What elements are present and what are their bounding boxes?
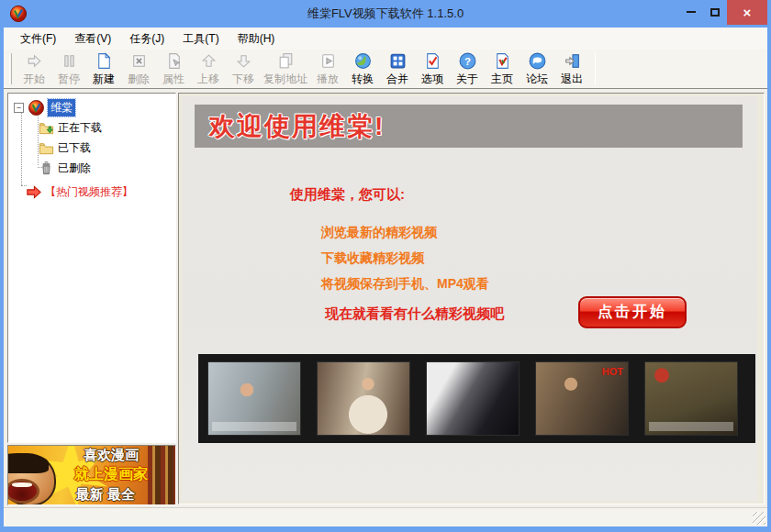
menu-bar: 文件(F) 查看(V) 任务(J) 工具(T) 帮助(H): [4, 28, 767, 50]
move-down-icon: [234, 51, 253, 71]
red-arrow-icon: [25, 183, 42, 201]
toolbar-play-button: 播放: [310, 50, 345, 87]
tree-item-root[interactable]: − 维棠: [14, 97, 175, 117]
ad-cartoon-hair: [7, 453, 49, 473]
tree-label-root: 维棠: [48, 99, 75, 116]
cta-text: 现在就看看有什么精彩视频吧: [325, 305, 504, 323]
toolbar-options-button[interactable]: 选项: [415, 50, 450, 87]
tree-item-downloaded[interactable]: 已下载: [14, 138, 175, 158]
ad-cartoon-teeth: [12, 482, 32, 487]
menu-view[interactable]: 查看(V): [65, 28, 120, 49]
menu-file[interactable]: 文件(F): [11, 28, 65, 49]
delete-icon: [129, 51, 149, 71]
toolbar-homepage-button[interactable]: 主页: [485, 50, 520, 87]
forum-icon: [528, 51, 547, 71]
toolbar-forum-button[interactable]: 论坛: [520, 50, 554, 87]
tree-label-hot-videos: 【热门视频推荐】: [45, 184, 133, 200]
toolbar-properties-button: 属性: [156, 50, 191, 87]
merge-icon: [388, 51, 408, 71]
main-panel: 欢迎使用维棠! 使用维棠，您可以: 浏览最新的精彩视频 下载收藏精彩视频 将视频…: [178, 93, 765, 504]
hot-badge: HOT: [602, 366, 623, 377]
properties-icon: [164, 51, 184, 71]
content-region: − 维棠 正在下载 已下载: [4, 90, 767, 507]
toolbar-about-button[interactable]: ? 关于: [450, 50, 485, 87]
start-now-button[interactable]: 点击开始: [578, 296, 687, 328]
toolbar-delete-button: 删除: [121, 50, 156, 87]
play-icon: [318, 51, 338, 71]
start-icon: [25, 51, 44, 71]
maximize-button[interactable]: [705, 0, 725, 24]
feature-item: 浏览最新的精彩视频: [321, 219, 489, 245]
status-bar: [4, 507, 767, 526]
svg-text:?: ?: [464, 56, 470, 67]
resize-grip[interactable]: [753, 512, 765, 525]
toolbar-moveup-button: 上移: [191, 50, 226, 87]
subtitle-bar: [212, 422, 296, 431]
video-thumbnail[interactable]: [207, 361, 301, 436]
minimize-button[interactable]: [681, 0, 701, 24]
menu-tools[interactable]: 工具(T): [173, 28, 228, 49]
exit-icon: [563, 51, 582, 71]
subtitle-bar: [649, 422, 733, 431]
new-document-icon: [95, 51, 114, 71]
toolbar: 开始 暂停 新建 删除 属性 上移 下移 复制地址: [4, 50, 767, 89]
welcome-banner: 欢迎使用维棠!: [195, 105, 743, 148]
video-thumbnail[interactable]: [426, 361, 520, 436]
intro-heading: 使用维棠，您可以:: [290, 186, 405, 204]
homepage-icon: [493, 51, 512, 71]
toolbar-new-button[interactable]: 新建: [86, 50, 121, 87]
feature-list: 浏览最新的精彩视频 下载收藏精彩视频 将视频保存到手机、MP4观看: [321, 219, 489, 296]
comic-ad-banner[interactable]: 喜欢漫画 就上漫画家 最新 最全: [8, 446, 175, 504]
move-up-icon: [199, 51, 218, 71]
copy-address-icon: [276, 51, 296, 71]
close-icon: ×: [743, 5, 752, 20]
toolbar-separator: [595, 52, 596, 85]
ad-line-3: 最新 最全: [76, 486, 135, 504]
convert-globe-icon: [353, 51, 373, 71]
toolbar-merge-button[interactable]: 合并: [380, 50, 415, 87]
tree-label-downloaded: 已下载: [58, 140, 91, 156]
ad-background-art: [148, 446, 175, 504]
ad-line-2: 就上漫画家: [74, 465, 148, 484]
pause-icon: [60, 51, 79, 71]
video-thumbnail[interactable]: HOT: [535, 361, 629, 436]
ad-cartoon-mouth: [7, 479, 39, 504]
trash-icon: [38, 160, 55, 177]
toolbar-copyaddress-button: 复制地址: [261, 50, 310, 87]
ad-panel: 喜欢漫画 就上漫画家 最新 最全: [7, 445, 176, 505]
options-icon: [423, 51, 442, 71]
toolbar-movedown-button: 下移: [226, 50, 261, 87]
window-client-area: 文件(F) 查看(V) 任务(J) 工具(T) 帮助(H) 开始 暂停 新建 删…: [4, 28, 767, 526]
toolbar-convert-button[interactable]: 转换: [345, 50, 380, 87]
category-tree: − 维棠 正在下载 已下载: [8, 94, 175, 202]
about-icon: ?: [458, 51, 477, 71]
ad-line-1: 喜欢漫画: [84, 447, 139, 464]
toolbar-exit-button[interactable]: 退出: [554, 50, 589, 87]
window-title: 维棠FLV视频下载软件 1.1.5.0: [0, 0, 771, 28]
feature-item: 下载收藏精彩视频: [321, 245, 489, 271]
menu-help[interactable]: 帮助(H): [229, 28, 285, 49]
feature-item: 将视频保存到手机、MP4观看: [321, 271, 489, 296]
minimize-icon: [687, 11, 696, 13]
folder-icon: [38, 139, 55, 157]
sidebar-tree-panel: − 维棠 正在下载 已下载: [7, 93, 176, 443]
tree-expander-icon[interactable]: −: [14, 103, 24, 113]
tree-label-deleted: 已删除: [58, 161, 91, 176]
menu-task[interactable]: 任务(J): [120, 28, 173, 49]
maximize-icon: [710, 8, 720, 17]
downloading-folder-icon: [38, 119, 55, 137]
toolbar-pause-button: 暂停: [51, 50, 86, 87]
toolbar-grip: [9, 53, 12, 84]
video-thumbnail-strip: HOT: [198, 354, 755, 443]
toolbar-start-button: 开始: [17, 50, 51, 87]
welcome-banner-title: 欢迎使用维棠!: [209, 109, 385, 144]
tree-item-deleted[interactable]: 已删除: [14, 158, 175, 178]
tree-label-downloading: 正在下载: [58, 120, 102, 136]
title-bar: 维棠FLV视频下载软件 1.1.5.0 ×: [0, 0, 771, 28]
video-thumbnail[interactable]: [317, 361, 410, 436]
weitang-logo-icon: [28, 99, 45, 116]
tree-item-downloading[interactable]: 正在下载: [14, 117, 175, 138]
tree-item-hot-videos[interactable]: 【热门视频推荐】: [14, 182, 175, 202]
close-button[interactable]: ×: [727, 0, 767, 25]
video-thumbnail[interactable]: [644, 361, 738, 436]
